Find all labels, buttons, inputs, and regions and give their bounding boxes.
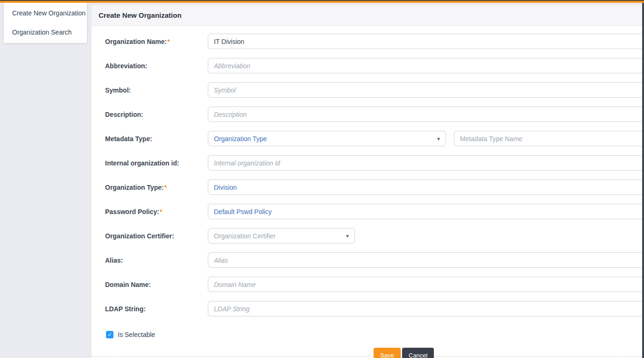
field-label: Abbreviation: (105, 62, 208, 70)
is-selectable-checkbox[interactable]: ✓ (106, 331, 113, 338)
vertical-scrollbar[interactable] (642, 3, 644, 358)
panel-header: Create New Organization (92, 5, 644, 26)
field-label: Alias: (105, 257, 208, 264)
field-label: Organization Certifier: (105, 232, 208, 240)
select-value: Organization Type (214, 135, 267, 143)
form-row: Abbreviation: (105, 58, 644, 73)
is-selectable-label: Is Selectable (118, 331, 155, 338)
save-button[interactable]: Save (374, 348, 401, 358)
form-row: Alias: (105, 252, 644, 268)
field-label: Domain Name: (105, 281, 208, 288)
sidebar-item-organization-search[interactable]: Organization Search (4, 23, 87, 42)
field-label: Organization Name:* (105, 38, 208, 45)
form-row: Organization Certifier:Organization Cert… (105, 228, 644, 243)
form-row: Organization Name:* (105, 34, 644, 49)
form-row: Symbol: (105, 82, 644, 98)
ldap-string-input[interactable] (208, 301, 644, 316)
accent-top-bar (0, 1, 644, 3)
form-row: Domain Name: (105, 277, 644, 292)
form-row: Internal organization id: (105, 155, 644, 171)
internal-organization-id-input[interactable] (208, 155, 644, 171)
field-label: Organization Type:* (105, 184, 208, 191)
field-label: Metadata Type: (105, 135, 208, 143)
metadata-type-name-input[interactable] (454, 131, 644, 146)
select-value: Default Pswd Policy (214, 208, 272, 215)
chevron-down-icon: ▾ (432, 136, 440, 142)
field-label: Internal organization id: (105, 159, 208, 167)
select-value: Organization Certifier (214, 232, 276, 240)
field-label: Description: (105, 111, 208, 118)
sidebar-item-create-new-organization[interactable]: Create New Organization (4, 4, 87, 23)
metadata-type-select[interactable]: Organization Type▾ (208, 131, 446, 146)
password-policy-select[interactable]: Default Pswd Policy (208, 204, 644, 219)
organization-type-select[interactable]: Division (208, 179, 644, 195)
form-row: Metadata Type:Organization Type▾ (105, 131, 644, 146)
description-input[interactable] (208, 107, 644, 122)
required-asterisk: * (167, 38, 170, 45)
is-selectable-row: ✓ Is Selectable (106, 331, 644, 338)
form-row: LDAP String: (105, 301, 644, 316)
form-rows: Organization Name:*Abbreviation:Symbol:D… (105, 34, 644, 316)
field-label: Symbol: (105, 86, 208, 94)
create-organization-form: Organization Name:*Abbreviation:Symbol:D… (92, 26, 644, 338)
chevron-down-icon: ▾ (341, 233, 349, 239)
required-asterisk: * (164, 184, 167, 191)
domain-name-input[interactable] (208, 277, 644, 292)
field-label: LDAP String: (105, 305, 208, 313)
field-label: Password Policy:* (105, 208, 208, 215)
check-icon: ✓ (107, 332, 112, 337)
cancel-button[interactable]: Cancel (402, 348, 434, 358)
footer-divider (92, 356, 644, 357)
form-row: Password Policy:*Default Pswd Policy (105, 204, 644, 219)
sidebar-menu: Create New Organization Organization Sea… (4, 3, 87, 43)
alias-input[interactable] (208, 252, 644, 268)
abbreviation-input[interactable] (208, 58, 644, 73)
symbol-input[interactable] (208, 82, 644, 98)
select-value: Division (214, 184, 237, 191)
organization-certifier-select[interactable]: Organization Certifier▾ (208, 228, 355, 243)
create-organization-panel: Create New Organization Organization Nam… (92, 5, 644, 358)
organization-name-input[interactable] (208, 34, 644, 49)
page-title: Create New Organization (99, 11, 182, 19)
form-row: Description: (105, 107, 644, 122)
form-row: Organization Type:*Division (105, 179, 644, 195)
required-asterisk: * (160, 208, 162, 215)
